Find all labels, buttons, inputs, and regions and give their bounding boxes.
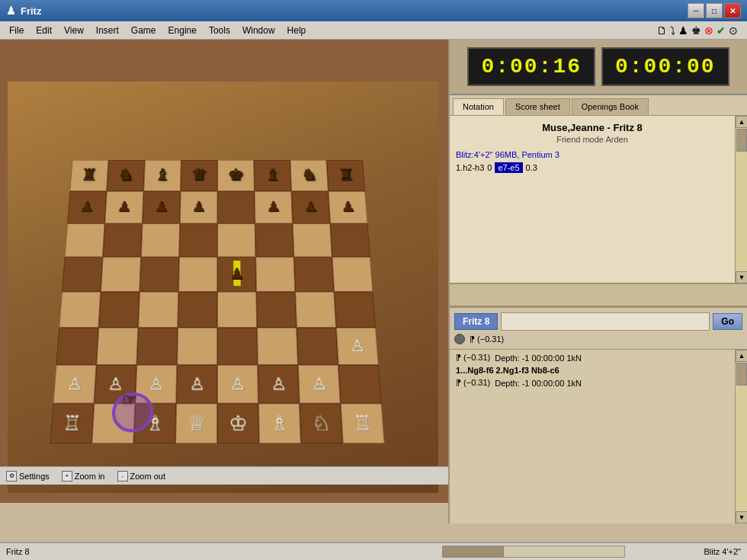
toolbar-icon-5[interactable]: ⊗	[704, 24, 713, 37]
scroll-up-arrow[interactable]: ▲	[736, 116, 747, 128]
cell-h6	[330, 223, 370, 257]
engine-move-input[interactable]	[501, 312, 710, 331]
tab-notation[interactable]: Notation	[453, 98, 504, 115]
cell-c7	[143, 191, 181, 223]
tabs-container: Notation Score sheet Openings Book	[450, 95, 747, 116]
maximize-button[interactable]: □	[706, 3, 723, 18]
menu-insert[interactable]: Insert	[90, 24, 125, 37]
menu-engine[interactable]: Engine	[162, 24, 203, 37]
cell-g4	[295, 292, 336, 328]
analysis-line-2: ⁋ (−0.31) Depth: -1 00:00:00 1kN	[456, 378, 729, 388]
scroll-thumb[interactable]	[736, 129, 747, 152]
toolbar-icons: 🗋 ⤵ ♟ ♚ ⊗ ✔ ⊙	[656, 24, 744, 37]
cell-e2	[217, 365, 258, 404]
cell-f1	[258, 404, 301, 444]
menu-edit[interactable]: Edit	[30, 24, 58, 37]
black-pieces-area	[50, 112, 385, 188]
cell-d2	[176, 365, 217, 404]
settings-button[interactable]: ⚙ Settings	[6, 471, 50, 482]
analysis-detail-1: Depth: -1 00:00:00 1kN	[495, 354, 582, 363]
cell-f6	[255, 223, 294, 257]
spacer-panel	[450, 283, 747, 306]
analysis-scrollbar[interactable]: ▲ ▼	[735, 350, 747, 523]
chess-board-container[interactable]: ♜ ♞ ♝ ♛ ♚ ♝ ♞	[0, 40, 448, 503]
zoom-in-button[interactable]: + Zoom in	[62, 471, 105, 482]
cell-c3	[136, 328, 178, 365]
cell-b3	[96, 328, 138, 365]
settings-icon: ⚙	[6, 471, 17, 482]
cell-d6	[179, 223, 217, 257]
cell-c1	[133, 404, 176, 444]
cell-g1	[300, 404, 343, 444]
main-area: ♜ ♞ ♝ ♛ ♚ ♝ ♞	[0, 40, 747, 523]
menu-tools[interactable]: Tools	[203, 24, 236, 37]
analysis-scroll-up[interactable]: ▲	[736, 350, 747, 362]
game-subtitle: Friend mode Arden	[456, 135, 729, 144]
close-button[interactable]: ✕	[724, 3, 741, 18]
cell-h3	[336, 328, 379, 365]
cell-e1	[217, 404, 259, 444]
clock-area: 0:00:16 0:00:00	[450, 40, 747, 95]
zoom-out-icon: -	[117, 471, 128, 482]
cell-b6	[103, 223, 143, 257]
cell-d4	[178, 292, 217, 328]
eval-display: ⁋ (−0.31)	[470, 334, 504, 344]
cell-e3	[217, 328, 258, 365]
best-moves: 1...Ng8-f6 2.Ng1-f3 Nb8-c6	[456, 366, 559, 375]
cell-d3	[177, 328, 217, 365]
cell-f4	[256, 292, 297, 328]
minimize-button[interactable]: ─	[688, 3, 704, 18]
eval-0: 0	[487, 163, 492, 172]
menu-window[interactable]: Window	[236, 24, 281, 37]
settings-label: Settings	[19, 472, 50, 481]
cell-g2	[298, 365, 341, 404]
cell-d1	[175, 404, 217, 444]
notation-panel: Muse,Jeanne - Fritz 8 Friend mode Arden …	[450, 116, 735, 283]
app-icon: ♟	[6, 5, 16, 17]
cell-h2	[338, 365, 382, 404]
tab-score-sheet[interactable]: Score sheet	[505, 98, 570, 115]
toolbar-icon-4[interactable]: ♚	[691, 24, 701, 37]
eval-indicator	[454, 334, 465, 344]
analysis-scroll-thumb[interactable]	[736, 363, 747, 386]
window-controls: ─ □ ✕	[688, 3, 741, 18]
toolbar-icon-2[interactable]: ⤵	[670, 24, 675, 37]
toolbar-icon-7[interactable]: ⊙	[729, 24, 738, 37]
engine-panel: Fritz 8 Go ⁋ (−0.31)	[450, 306, 747, 350]
zoom-out-label: Zoom out	[130, 472, 165, 481]
notation-line: 1.h2-h3 0 e7-e5 0.3	[456, 162, 729, 173]
menu-game[interactable]: Game	[125, 24, 162, 37]
notation-scrollbar[interactable]: ▲ ▼	[735, 116, 747, 283]
cell-f7	[255, 191, 293, 223]
cell-h5	[332, 257, 374, 291]
analysis-move-line: 1...Ng8-f6 2.Ng1-f3 Nb8-c6	[456, 366, 729, 375]
white-clock: 0:00:16	[467, 47, 595, 86]
menu-view[interactable]: View	[58, 24, 90, 37]
status-left: Fritz 8	[6, 547, 30, 556]
cursor: ☞	[122, 390, 137, 410]
cell-a2	[53, 365, 97, 404]
analysis-scroll-track	[736, 362, 747, 511]
menu-file[interactable]: File	[3, 24, 30, 37]
status-scrollbar[interactable]	[442, 546, 625, 558]
toolbar-icon-1[interactable]: 🗋	[656, 24, 667, 37]
cell-e5	[217, 257, 256, 291]
status-scrollbar-thumb[interactable]	[443, 546, 504, 557]
cell-a3	[56, 328, 99, 365]
tab-openings-book[interactable]: Openings Book	[572, 98, 649, 115]
cell-c6	[141, 223, 180, 257]
eval-03: 0.3	[526, 163, 537, 172]
statusbar: Fritz 8 Blitz 4'+2"	[0, 542, 747, 560]
toolbar-icon-3[interactable]: ♟	[678, 24, 688, 37]
menu-help[interactable]: Help	[281, 24, 313, 37]
cell-e4	[217, 292, 257, 328]
analysis-scroll-down[interactable]: ▼	[736, 511, 747, 523]
cell-a6	[65, 223, 105, 257]
cell-a5	[62, 257, 103, 291]
toolbar-icon-6[interactable]: ✔	[717, 24, 726, 37]
go-button[interactable]: Go	[713, 313, 742, 330]
status-right: Blitz 4'+2"	[704, 547, 741, 556]
cell-c2	[135, 365, 177, 404]
zoom-out-button[interactable]: - Zoom out	[117, 471, 165, 482]
scroll-down-arrow[interactable]: ▼	[736, 271, 747, 283]
